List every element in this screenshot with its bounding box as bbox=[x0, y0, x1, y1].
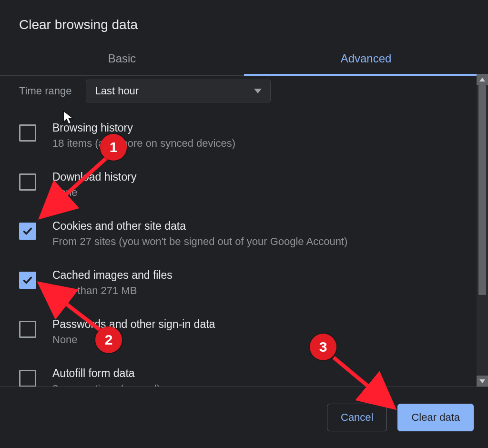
options-list: Browsing history18 items (and more on sy… bbox=[0, 111, 477, 387]
option-title: Download history bbox=[52, 171, 136, 183]
dialog-footer: Cancel Clear data bbox=[0, 387, 488, 448]
option-subtitle: 18 items (and more on synced devices) bbox=[52, 137, 235, 150]
option-title: Passwords and other sign-in data bbox=[52, 318, 215, 331]
scroll-up-icon[interactable] bbox=[477, 74, 488, 85]
clear-data-button[interactable]: Clear data bbox=[397, 404, 474, 431]
option-cookies: Cookies and other site dataFrom 27 sites… bbox=[19, 209, 458, 258]
checkbox-passwords[interactable] bbox=[19, 321, 36, 338]
time-range-label: Time range bbox=[19, 85, 71, 97]
option-download-history: Download historyNone bbox=[19, 160, 458, 209]
checkbox-download-history[interactable] bbox=[19, 173, 36, 191]
option-subtitle: None bbox=[52, 186, 136, 199]
option-passwords: Passwords and other sign-in dataNone bbox=[19, 307, 458, 356]
option-title: Cookies and other site data bbox=[52, 220, 347, 233]
option-subtitle: From 27 sites (you won't be signed out o… bbox=[52, 235, 347, 248]
scrollbar[interactable] bbox=[477, 74, 488, 387]
clear-browsing-data-dialog: Clear browsing data Basic Advanced Time … bbox=[0, 0, 488, 448]
time-range-value: Last hour bbox=[95, 85, 139, 97]
checkbox-autofill[interactable] bbox=[19, 370, 36, 387]
tab-advanced[interactable]: Advanced bbox=[244, 42, 488, 75]
option-title: Browsing history bbox=[52, 122, 235, 134]
chevron-down-icon bbox=[254, 89, 262, 93]
checkbox-cache[interactable] bbox=[19, 272, 36, 289]
dialog-title: Clear browsing data bbox=[0, 0, 488, 32]
option-title: Cached images and files bbox=[52, 269, 173, 282]
tabs: Basic Advanced bbox=[0, 42, 488, 76]
cursor-icon bbox=[63, 111, 73, 125]
checkbox-cookies[interactable] bbox=[19, 223, 36, 240]
time-range-row: Time range Last hour bbox=[0, 74, 477, 111]
cancel-button[interactable]: Cancel bbox=[327, 404, 387, 431]
option-subtitle: None bbox=[52, 334, 215, 346]
time-range-select[interactable]: Last hour bbox=[86, 80, 271, 102]
option-autofill: Autofill form data3 suggestions (synced) bbox=[19, 356, 458, 387]
tab-basic[interactable]: Basic bbox=[0, 42, 244, 75]
option-subtitle: Less than 271 MB bbox=[52, 285, 173, 297]
option-title: Autofill form data bbox=[52, 367, 160, 380]
scroll-down-icon[interactable] bbox=[477, 376, 488, 387]
option-cache: Cached images and filesLess than 271 MB bbox=[19, 258, 458, 307]
checkbox-browsing-history[interactable] bbox=[19, 124, 36, 142]
scroll-thumb[interactable] bbox=[478, 85, 486, 295]
option-browsing-history: Browsing history18 items (and more on sy… bbox=[19, 111, 458, 160]
